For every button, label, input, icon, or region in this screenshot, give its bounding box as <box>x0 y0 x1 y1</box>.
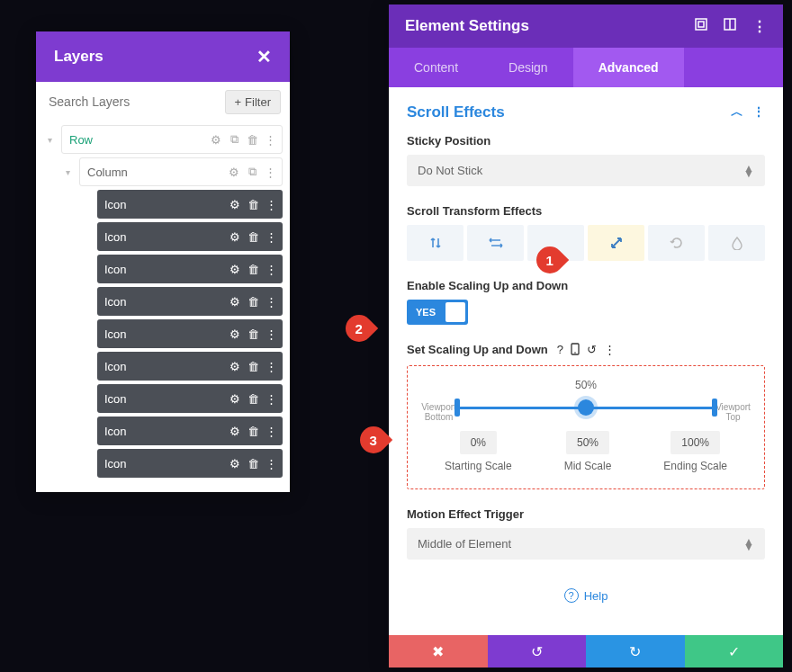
more-icon[interactable]: ⋮ <box>265 360 277 372</box>
gear-icon[interactable]: ⚙ <box>229 230 241 243</box>
row-label: Row <box>62 133 93 147</box>
more-icon[interactable]: ⋮ <box>265 263 277 275</box>
layer-column[interactable]: ▾ Column ⚙ ⧉ ⋮ <box>79 157 283 186</box>
layer-icon-item[interactable]: Icon⚙🗑⋮ <box>97 449 283 478</box>
gear-icon[interactable]: ⚙ <box>229 392 241 405</box>
ending-scale-label: Ending Scale <box>663 460 727 472</box>
save-button[interactable]: ✓ <box>685 635 784 668</box>
reset-icon[interactable]: ↺ <box>587 343 597 356</box>
filter-label: Filter <box>245 95 271 109</box>
tab-content[interactable]: Content <box>389 48 483 87</box>
layer-icon-item[interactable]: Icon⚙🗑⋮ <box>97 417 283 445</box>
layer-icon-item[interactable]: Icon⚙🗑⋮ <box>97 352 283 381</box>
slider-handle-end[interactable] <box>712 399 717 417</box>
layers-header: Layers ✕ <box>36 31 290 82</box>
enable-toggle[interactable]: YES <box>407 300 468 325</box>
gear-icon[interactable]: ⚙ <box>210 133 222 146</box>
layers-title: Layers <box>54 48 104 66</box>
more-icon[interactable]: ⋮ <box>265 392 277 405</box>
slider-handle-start[interactable] <box>454 399 460 417</box>
expand-icon[interactable] <box>695 18 707 35</box>
trash-icon[interactable]: 🗑 <box>247 295 259 308</box>
ending-scale-value[interactable]: 100% <box>670 431 720 454</box>
caret-icon[interactable]: ▾ <box>66 167 70 177</box>
select-caret-icon: ▲▼ <box>743 166 754 176</box>
duplicate-icon[interactable]: ⧉ <box>228 133 240 146</box>
transform-label: Scroll Transform Effects <box>407 204 765 218</box>
bottom-bar: ✖ ↺ ↻ ✓ <box>389 635 783 668</box>
tab-design[interactable]: Design <box>483 48 573 87</box>
more-icon[interactable]: ⋮ <box>265 295 277 308</box>
layer-icon-item[interactable]: Icon⚙🗑⋮ <box>97 319 283 348</box>
section-header[interactable]: Scroll Effects ︿ ⋮ <box>407 103 765 121</box>
more-icon[interactable]: ⋮ <box>264 166 276 178</box>
effect-scale-icon[interactable] <box>588 225 644 261</box>
starting-scale-value[interactable]: 0% <box>460 431 497 454</box>
mid-scale-value[interactable]: 50% <box>566 431 609 454</box>
trash-icon[interactable]: 🗑 <box>247 392 259 405</box>
trash-icon[interactable]: 🗑 <box>247 230 259 243</box>
sticky-select[interactable]: Do Not Stick ▲▼ <box>407 155 765 186</box>
cancel-button[interactable]: ✖ <box>389 635 488 668</box>
layer-icon-item[interactable]: Icon⚙🗑⋮ <box>97 287 283 316</box>
more-icon[interactable]: ⋮ <box>265 198 277 211</box>
set-scaling-row: Set Scaling Up and Down ? ↺ ⋮ <box>407 343 765 356</box>
trigger-select[interactable]: Middle of Element ▲▼ <box>407 528 765 560</box>
trash-icon[interactable]: 🗑 <box>247 360 259 372</box>
effect-horizontal-icon[interactable] <box>467 225 524 261</box>
layer-icon-item[interactable]: Icon⚙🗑⋮ <box>97 222 283 251</box>
more-icon[interactable]: ⋮ <box>265 457 277 470</box>
effect-buttons <box>407 225 765 261</box>
trash-icon[interactable]: 🗑 <box>247 263 259 275</box>
search-input[interactable] <box>45 89 218 114</box>
trash-icon[interactable]: 🗑 <box>247 327 259 340</box>
more-icon[interactable]: ⋮ <box>752 104 765 121</box>
plus-icon: + <box>235 95 242 109</box>
chevron-up-icon[interactable]: ︿ <box>731 104 743 121</box>
help-link[interactable]: ? Help <box>407 578 765 614</box>
tab-advanced[interactable]: Advanced <box>573 48 684 87</box>
tabs: Content Design Advanced <box>389 48 783 87</box>
device-icon[interactable] <box>571 343 580 356</box>
more-icon[interactable]: ⋮ <box>604 343 616 356</box>
gear-icon[interactable]: ⚙ <box>229 263 241 275</box>
duplicate-icon[interactable]: ⧉ <box>246 166 258 178</box>
undo-button[interactable]: ↺ <box>488 635 587 668</box>
set-scaling-label: Set Scaling Up and Down <box>407 343 548 356</box>
gear-icon[interactable]: ⚙ <box>228 166 240 178</box>
gear-icon[interactable]: ⚙ <box>229 327 241 340</box>
trash-icon[interactable]: 🗑 <box>247 457 259 470</box>
effect-vertical-icon[interactable] <box>407 225 464 261</box>
layer-icon-item[interactable]: Icon⚙🗑⋮ <box>97 190 283 219</box>
slider-track[interactable] <box>454 397 717 418</box>
filter-button[interactable]: + Filter <box>225 90 281 114</box>
sticky-label: Sticky Position <box>407 134 765 148</box>
more-icon[interactable]: ⋮ <box>265 425 277 437</box>
help-label: Help <box>584 589 608 603</box>
gear-icon[interactable]: ⚙ <box>229 360 241 372</box>
help-icon[interactable]: ? <box>557 343 563 356</box>
close-icon[interactable]: ✕ <box>256 46 272 67</box>
layer-row[interactable]: ▾ Row ⚙ ⧉ 🗑 ⋮ <box>61 125 283 154</box>
toggle-knob <box>446 302 465 322</box>
callout-3: 3 <box>355 421 392 459</box>
trash-icon[interactable]: 🗑 <box>246 133 258 146</box>
more-icon[interactable]: ⋮ <box>264 133 276 146</box>
layer-icon-item[interactable]: Icon⚙🗑⋮ <box>97 384 283 413</box>
columns-icon[interactable] <box>724 18 736 35</box>
caret-icon[interactable]: ▾ <box>48 135 52 145</box>
effect-blur-icon[interactable] <box>708 225 765 261</box>
gear-icon[interactable]: ⚙ <box>229 295 241 308</box>
layer-icon-item[interactable]: Icon⚙🗑⋮ <box>97 255 283 283</box>
slider-handle-mid[interactable] <box>578 399 594 416</box>
gear-icon[interactable]: ⚙ <box>229 425 241 437</box>
effect-rotate-icon[interactable] <box>648 225 705 261</box>
gear-icon[interactable]: ⚙ <box>229 198 241 211</box>
gear-icon[interactable]: ⚙ <box>229 457 241 470</box>
trash-icon[interactable]: 🗑 <box>247 198 259 211</box>
more-icon[interactable]: ⋮ <box>752 18 767 35</box>
more-icon[interactable]: ⋮ <box>265 230 277 243</box>
redo-button[interactable]: ↻ <box>586 635 685 668</box>
more-icon[interactable]: ⋮ <box>265 327 277 340</box>
trash-icon[interactable]: 🗑 <box>247 425 259 437</box>
